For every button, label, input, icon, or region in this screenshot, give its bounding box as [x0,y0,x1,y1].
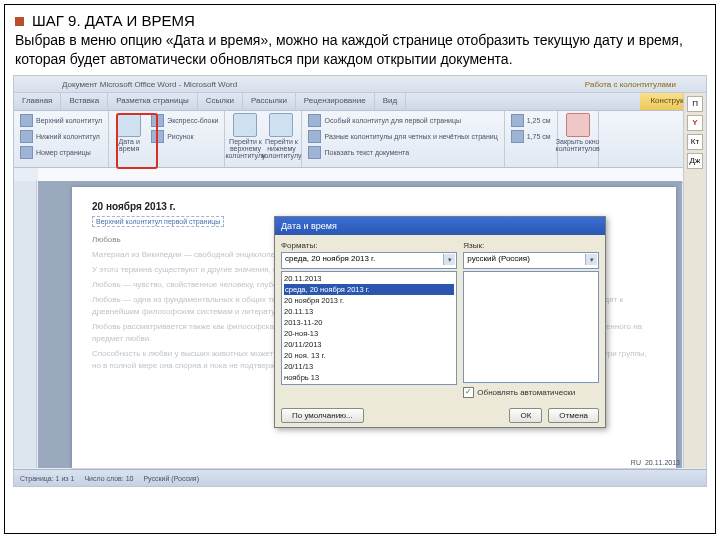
goto-footer-icon [269,113,293,137]
auto-update-checkbox[interactable]: ✓ Обновлять автоматически [463,387,599,398]
cancel-button[interactable]: Отмена [548,408,599,423]
ribbon-group-headerfooter: Верхний колонтитул Нижний колонтитул Ном… [14,111,109,167]
slide-text-block: ШАГ 9. ДАТА И ВРЕМЯ Выбрав в меню опцию … [5,5,715,71]
ribbon-group-close: Закрыть окно колонтитулов [558,111,599,167]
tab-view[interactable]: Вид [375,93,406,110]
screenshot-word: Документ Microsoft Office Word - Microso… [13,75,707,487]
measure-icon [511,114,524,127]
right-task-dock: П Y Кт Дж [683,93,706,468]
slide-body-text: Выбрав в меню опцию «Дата и время», можн… [15,31,705,69]
btn-goto-footer[interactable]: Перейти к нижнему колонтитулу [265,113,297,165]
btn-close-hf[interactable]: Закрыть окно колонтитулов [562,113,594,152]
list-item[interactable]: 20/11/13 [284,361,454,372]
chk-odd-even[interactable]: Разные колонтитулы для четных и нечётных… [306,129,499,144]
list-item[interactable]: 20-ноя-13 [284,328,454,339]
word-titlebar: Документ Microsoft Office Word - Microso… [14,76,706,93]
formats-listbox[interactable]: 20.11.2013 среда, 20 ноября 2013 г. 20 н… [281,271,457,385]
date-time-dialog: Дата и время Форматы: среда, 20 ноября 2… [274,216,606,428]
status-lang: Русский (Россия) [143,475,199,482]
ribbon: Верхний колонтитул Нижний колонтитул Ном… [14,111,706,168]
btn-page-number[interactable]: Номер страницы [18,145,104,160]
dialog-titlebar: Дата и время [275,217,605,235]
system-tray: RU 20.11.2013 [631,459,680,466]
checkbox-icon: ✓ [463,387,474,398]
ok-button[interactable]: ОК [509,408,542,423]
chevron-down-icon: ▾ [443,254,455,265]
dock-item-2[interactable]: Y [687,115,703,131]
btn-top-header[interactable]: Верхний колонтитул [18,113,104,128]
tray-lang: RU [631,459,641,466]
bullet-title: ШАГ 9. ДАТА И ВРЕМЯ [32,11,195,31]
spin-top[interactable]: 1,25 см [509,113,553,128]
vertical-ruler [14,181,37,468]
tab-layout[interactable]: Разметка страницы [108,93,198,110]
tab-review[interactable]: Рецензирование [296,93,375,110]
tab-refs[interactable]: Ссылки [198,93,243,110]
default-button[interactable]: По умолчанию... [281,408,364,423]
formats-label: Форматы: [281,241,457,250]
blocks-icon [151,114,164,127]
list-item[interactable]: 2013-11-20 [284,317,454,328]
btn-footer[interactable]: Нижний колонтитул [18,129,104,144]
measure-icon [511,130,524,143]
ribbon-tabs: Главная Вставка Разметка страницы Ссылки… [14,93,706,111]
header-date: 20 ноября 2013 г. [92,201,656,212]
footer-icon [20,130,33,143]
chevron-down-icon: ▾ [585,254,597,265]
tab-home[interactable]: Главная [14,93,61,110]
bullet-icon [15,17,24,26]
status-bar: Страница: 1 из 1 Число слов: 10 Русский … [14,469,706,486]
dock-item-1[interactable]: П [687,96,703,112]
doc-title: Документ Microsoft Office Word - Microso… [62,80,237,89]
tab-mail[interactable]: Рассылки [243,93,296,110]
chk-first-page[interactable]: Особый колонтитул для первой страницы [306,113,499,128]
checkbox-icon [308,130,321,143]
header-boundary-label: Верхний колонтитул первой страницы [92,216,224,227]
header-icon [20,114,33,127]
list-item-selected[interactable]: среда, 20 ноября 2013 г. [284,284,454,295]
status-words: Число слов: 10 [84,475,133,482]
btn-picture[interactable]: Рисунок [149,129,220,144]
chk-show-doc[interactable]: Показать текст документа [306,145,499,160]
checkbox-icon [308,114,321,127]
bullet-row: ШАГ 9. ДАТА И ВРЕМЯ [15,11,705,31]
close-icon [566,113,590,137]
context-tab-group: Работа с колонтитулами [585,80,676,89]
format-selected[interactable]: среда, 20 ноября 2013 г. ▾ [281,252,457,269]
list-item[interactable]: 20 ноября 2013 г. [284,295,454,306]
dialog-title-text: Дата и время [281,221,337,231]
dock-item-3[interactable]: Кт [687,134,703,150]
dock-item-4[interactable]: Дж [687,153,703,169]
language-label: Язык: [463,241,599,250]
spin-bottom[interactable]: 1,75 см [509,129,553,144]
picture-icon [151,130,164,143]
ribbon-group-options: Особый колонтитул для первой страницы Ра… [302,111,504,167]
btn-quick-parts[interactable]: Экспресс-блоки [149,113,220,128]
goto-header-icon [233,113,257,137]
list-item[interactable]: 20.11.13 [284,306,454,317]
slide-container: ШАГ 9. ДАТА И ВРЕМЯ Выбрав в меню опцию … [4,4,716,534]
ribbon-group-nav: Перейти к верхнему колонтитулу Перейти к… [225,111,302,167]
list-item[interactable]: 20/11/2013 [284,339,454,350]
article-title: Любовь [92,235,121,244]
list-item[interactable]: 20 ноя. 13 г. [284,350,454,361]
list-item[interactable]: 20.11.2013 [284,273,454,284]
status-page: Страница: 1 из 1 [20,475,74,482]
pagenum-icon [20,146,33,159]
tab-insert[interactable]: Вставка [61,93,108,110]
checkbox-icon [308,146,321,159]
btn-date-time[interactable]: Дата и время [113,113,145,165]
ribbon-group-position: 1,25 см 1,75 см [505,111,558,167]
list-item[interactable]: ноябрь 13 [284,372,454,383]
language-combo[interactable]: русский (Россия) ▾ [463,252,599,269]
ribbon-group-insert: Дата и время Экспресс-блоки Рисунок [109,111,225,167]
calendar-icon [117,113,141,137]
btn-goto-header[interactable]: Перейти к верхнему колонтитулу [229,113,261,165]
tray-date: 20.11.2013 [645,459,680,466]
preview-box [463,271,599,383]
